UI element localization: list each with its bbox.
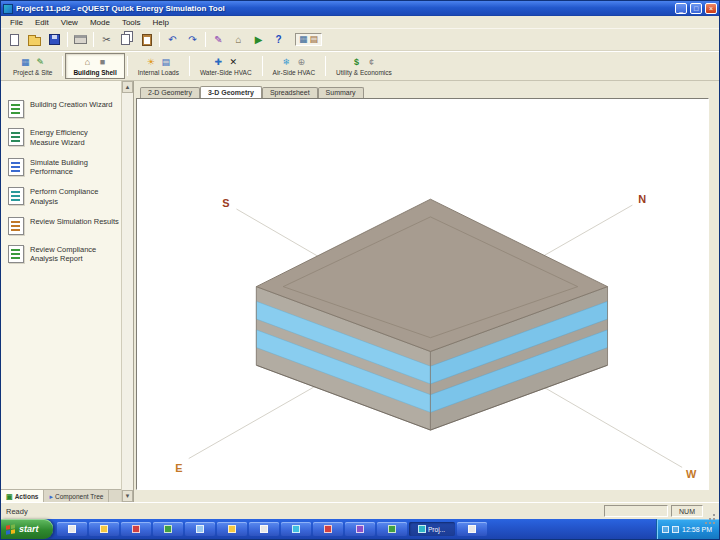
scroll-down-icon[interactable]: ▼ [122, 490, 133, 502]
tray-icon[interactable] [662, 526, 669, 533]
compass-label-west: W [686, 468, 697, 480]
tab-spreadsheet[interactable]: Spreadsheet [262, 87, 318, 98]
print-button[interactable] [71, 31, 90, 49]
toolbar-separator [93, 32, 94, 47]
grid-view-icon[interactable]: ▦ [299, 35, 308, 44]
view-toggle-box: ▦ ▤ [295, 33, 322, 46]
sidebar-item-eem-wizard[interactable]: Energy Efficiency Measure Wizard [1, 123, 121, 153]
module-internal-loads[interactable]: ☀ ▤ Internal Loads [130, 53, 187, 79]
taskbar-button[interactable] [185, 522, 215, 536]
taskbar-buttons: Proj... [53, 522, 657, 536]
module-building-shell[interactable]: ⌂ ■ Building Shell [65, 53, 124, 79]
menu-tools[interactable]: Tools [117, 18, 146, 27]
start-button[interactable]: start [1, 519, 53, 539]
menu-file[interactable]: File [5, 18, 28, 27]
sidebar-item-compliance-analysis[interactable]: Perform Compliance Analysis [1, 182, 121, 212]
group-separator [62, 56, 63, 76]
sidebar-item-review-compliance-report[interactable]: Review Compliance Analysis Report [1, 240, 121, 270]
tab-3d-geometry[interactable]: 3-D Geometry [200, 86, 262, 98]
3d-building-view[interactable]: S N E W [137, 99, 708, 489]
windows-taskbar: start Proj... 12:58 PM [1, 519, 719, 539]
building-button[interactable]: ⌂ [229, 31, 248, 49]
sidebar-item-simulate-performance[interactable]: Simulate Building Performance [1, 153, 121, 183]
save-button[interactable] [45, 31, 64, 49]
menu-bar: File Edit View Mode Tools Help [1, 16, 719, 29]
module-icons: $ ¢ [350, 56, 377, 68]
resize-grip[interactable] [706, 505, 716, 517]
new-button[interactable] [5, 31, 24, 49]
paste-button[interactable] [137, 31, 156, 49]
menu-mode[interactable]: Mode [85, 18, 115, 27]
simulate-document-icon [8, 158, 24, 176]
taskbar-button[interactable] [89, 522, 119, 536]
module-project-site[interactable]: ▦ ✎ Project & Site [5, 53, 60, 79]
taskbar-button[interactable] [313, 522, 343, 536]
3d-canvas[interactable]: S N E W [136, 98, 709, 490]
menu-edit[interactable]: Edit [30, 18, 54, 27]
undo-button[interactable]: ↶ [163, 31, 182, 49]
compliance-document-icon [8, 187, 24, 205]
undo-arrow-icon: ↶ [168, 35, 176, 45]
num-lock-indicator: NUM [671, 505, 703, 517]
menu-help[interactable]: Help [148, 18, 174, 27]
wizard-button[interactable]: ✎ [209, 31, 228, 49]
module-water-side-hvac[interactable]: ✚ ✕ Water-Side HVAC [192, 53, 260, 79]
scroll-up-icon[interactable]: ▲ [122, 81, 133, 93]
tab-summary[interactable]: Summary [318, 87, 364, 98]
maximize-button[interactable]: □ [690, 3, 702, 14]
tray-icon[interactable] [672, 526, 679, 533]
tab-label: Component Tree [55, 493, 103, 500]
detail-view-icon[interactable]: ▤ [310, 35, 319, 44]
taskbar-button[interactable] [217, 522, 247, 536]
tab-label: Actions [15, 493, 39, 500]
sidebar-item-label: Perform Compliance Analysis [30, 187, 119, 207]
tab-actions[interactable]: ▣ Actions [1, 490, 44, 502]
sidebar-scrollbar[interactable]: ▲ ▼ [121, 81, 133, 502]
taskbar-button-active-project[interactable]: Proj... [409, 522, 455, 536]
sidebar-item-review-results[interactable]: Review Simulation Results [1, 212, 121, 240]
menu-view[interactable]: View [56, 18, 83, 27]
toolbar-separator [67, 32, 68, 47]
redo-button[interactable]: ↷ [183, 31, 202, 49]
module-label: Building Shell [73, 69, 116, 76]
building-home-icon: ⌂ [235, 35, 241, 45]
help-button[interactable]: ? [269, 31, 288, 49]
taskbar-button[interactable] [249, 522, 279, 536]
start-button-label: start [19, 524, 39, 534]
taskbar-button[interactable] [457, 522, 487, 536]
application-window: Project 11.pd2 - eQUEST Quick Energy Sim… [0, 0, 720, 540]
taskbar-button[interactable] [121, 522, 151, 536]
sidebar: Building Creation Wizard Energy Efficien… [1, 81, 134, 502]
taskbar-button[interactable] [377, 522, 407, 536]
module-label: Utility & Economics [336, 69, 392, 76]
module-utility-economics[interactable]: $ ¢ Utility & Economics [328, 53, 400, 79]
title-bar: Project 11.pd2 - eQUEST Quick Energy Sim… [1, 1, 719, 16]
taskbar-button[interactable] [153, 522, 183, 536]
taskbar-button[interactable] [57, 522, 87, 536]
cut-button[interactable]: ✂ [97, 31, 116, 49]
toolbar-separator [159, 32, 160, 47]
task-icon [132, 525, 140, 533]
run-simulation-button[interactable]: ▶ [249, 31, 268, 49]
module-icons: ▦ ✎ [19, 56, 46, 68]
toolbar-separator [205, 32, 206, 47]
taskbar-button[interactable] [345, 522, 375, 536]
water-plus-icon: ✚ [212, 56, 224, 68]
sidebar-item-building-creation-wizard[interactable]: Building Creation Wizard [1, 95, 121, 123]
redo-arrow-icon: ↷ [188, 35, 196, 45]
tab-2d-geometry[interactable]: 2-D Geometry [140, 87, 200, 98]
taskbar-button[interactable] [281, 522, 311, 536]
status-panel [604, 505, 668, 517]
module-air-side-hvac[interactable]: ❄ ⊕ Air-Side HVAC [265, 53, 324, 79]
close-button[interactable]: × [705, 3, 717, 14]
run-play-icon: ▶ [255, 35, 263, 45]
task-icon [196, 525, 204, 533]
tab-component-tree[interactable]: ▸ Component Tree [44, 490, 109, 502]
wizard-document-icon [8, 100, 24, 118]
copy-button[interactable] [117, 31, 136, 49]
minimize-button[interactable]: _ [675, 3, 687, 14]
main-view: 2-D Geometry 3-D Geometry Spreadsheet Su… [134, 81, 719, 502]
taskbar-clock: 12:58 PM [682, 526, 712, 533]
open-button[interactable] [25, 31, 44, 49]
module-label: Water-Side HVAC [200, 69, 252, 76]
